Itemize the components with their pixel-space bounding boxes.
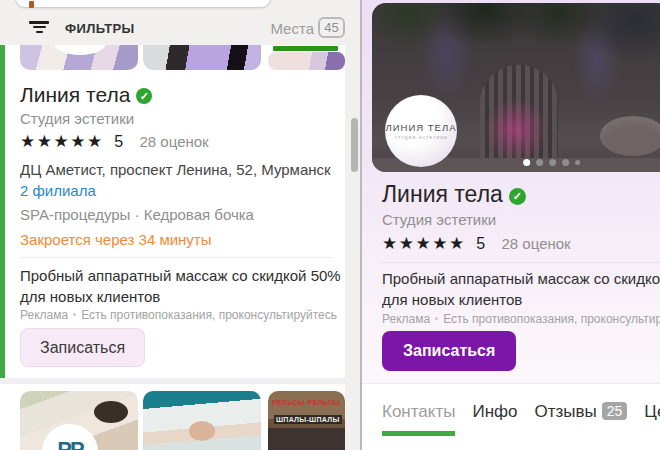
photo-strip-fragment <box>273 46 338 51</box>
carousel-dot[interactable] <box>536 159 543 166</box>
reviews-count-badge: 25 <box>602 402 628 420</box>
promo-text-line1: Пробный аппаратный массаж со скидкой 50% <box>382 270 660 287</box>
next-listing-photo-1[interactable]: РР <box>20 391 138 450</box>
verified-badge-icon: ✓ <box>136 88 152 104</box>
ad-disclaimer-row: РекламаЕсть противопоказания, проконсуль… <box>382 312 660 326</box>
dot-separator-icon <box>435 317 438 320</box>
search-cursor-icon <box>29 1 34 8</box>
book-button-primary[interactable]: Записаться <box>382 331 516 371</box>
panel-divider <box>360 0 362 450</box>
listing-photo-2[interactable] <box>143 45 261 70</box>
next-listing-photo-2[interactable] <box>143 391 261 450</box>
verified-badge-icon: ✓ <box>509 188 526 205</box>
carousel-dot[interactable] <box>575 160 580 165</box>
next-listing-logo: РР <box>42 424 98 450</box>
closing-status: Закроется через 34 минуты <box>20 231 212 248</box>
carousel-dot[interactable] <box>549 159 556 166</box>
business-category: Студия эстетики <box>20 110 134 127</box>
services-list: SPA-процедуры · Кедровая бочка <box>20 206 254 223</box>
next-listing-photo-3[interactable]: РЕЛЬСЫ-РЕЛЬСЫ ШПАЛЫ-ШПАЛЫ <box>268 391 345 450</box>
scrollbar-thumb[interactable] <box>351 118 358 172</box>
tab-prices[interactable]: Цены26 <box>644 402 660 422</box>
ad-disclaimer: Есть противопоказания, проконсультируйте… <box>81 308 340 322</box>
sign-text-bottom: ШПАЛЫ-ШПАЛЫ <box>274 415 342 424</box>
rating-value: 5 <box>476 235 485 252</box>
star-rating-icon: ★★★★★ <box>20 132 104 151</box>
filter-icon[interactable] <box>29 21 49 33</box>
detail-business-name: Линия тела✓ <box>382 181 526 208</box>
carousel-dot[interactable] <box>523 159 530 166</box>
rating-value: 5 <box>114 133 123 150</box>
places-count-badge: 45 <box>318 17 345 38</box>
tab-contacts[interactable]: Контакты <box>382 402 455 422</box>
branches-link[interactable]: 2 филиала <box>20 182 96 199</box>
dot-separator-icon <box>73 313 76 316</box>
results-panel: ФИЛЬТРЫ Места 45 Линия тела✓ Студия эсте… <box>0 0 362 450</box>
detail-category: Студия эстетики <box>382 211 496 228</box>
ad-label: Реклама <box>20 308 68 322</box>
hero-photo[interactable]: ЛИНИЯ ТЕЛА СТУДИЯ ЭСТЕТИКИ <box>372 3 660 172</box>
detail-rating-row[interactable]: ★★★★★ 5 28 оценок <box>382 233 571 254</box>
tab-info[interactable]: Инфо <box>472 402 517 422</box>
carousel-dots[interactable] <box>523 159 580 166</box>
sign-text-top: РЕЛЬСЫ-РЕЛЬСЫ <box>272 399 342 406</box>
divider <box>382 262 660 263</box>
listing-photo-3[interactable] <box>268 52 345 70</box>
listing-card-next[interactable]: РР РЕЛЬСЫ-РЕЛЬСЫ ШПАЛЫ-ШПАЛЫ <box>0 384 345 450</box>
vase-glow <box>484 98 548 162</box>
business-address: ДЦ Аметист, проспект Ленина, 52, Мурманс… <box>20 161 338 178</box>
brand-logo: ЛИНИЯ ТЕЛА СТУДИЯ ЭСТЕТИКИ <box>385 95 457 167</box>
filter-bar: ФИЛЬТРЫ Места 45 <box>0 8 362 45</box>
listing-photo-1[interactable] <box>20 45 138 70</box>
rating-row[interactable]: ★★★★★ 5 28 оценок <box>20 131 209 152</box>
search-input[interactable] <box>15 0 271 8</box>
ad-disclaimer: Есть противопоказания, проконсультируйте… <box>443 312 660 326</box>
selected-indicator <box>0 45 5 378</box>
reviews-count: 28 оценок <box>502 235 571 252</box>
places-label: Места <box>270 20 314 37</box>
business-name[interactable]: Линия тела✓ <box>20 83 152 107</box>
ad-label: Реклама <box>382 312 430 326</box>
detail-panel: ЛИНИЯ ТЕЛА СТУДИЯ ЭСТЕТИКИ Линия тела✓ С… <box>362 0 660 450</box>
listing-card-selected[interactable]: Линия тела✓ Студия эстетики ★★★★★ 5 28 о… <box>0 45 345 378</box>
star-rating-icon: ★★★★★ <box>382 234 466 253</box>
detail-tabbar: Контакты Инфо Отзывы25 Цены26 <box>362 384 660 450</box>
tab-reviews[interactable]: Отзывы25 <box>535 402 628 422</box>
filters-button[interactable]: ФИЛЬТРЫ <box>65 21 135 36</box>
book-button[interactable]: Записаться <box>20 328 145 367</box>
reviews-count: 28 оценок <box>140 133 209 150</box>
divider <box>20 257 333 258</box>
promo-text: Пробный аппаратный массаж со скидкой 50%… <box>20 265 341 307</box>
promo-text-line2: для новых клиентов <box>382 291 522 308</box>
candle-image <box>600 116 660 156</box>
ad-disclaimer-row: РекламаЕсть противопоказания, проконсуль… <box>20 308 340 322</box>
carousel-dot[interactable] <box>562 159 569 166</box>
